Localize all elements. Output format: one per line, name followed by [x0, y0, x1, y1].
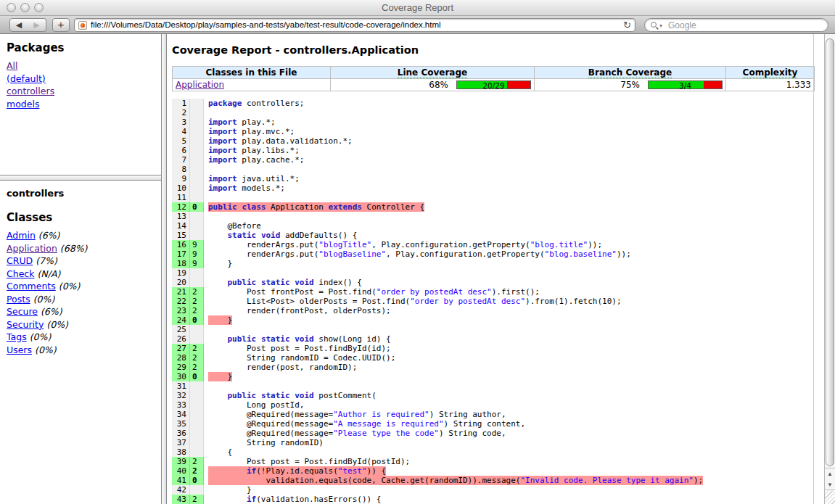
line-coverage-percent: 68%: [429, 80, 448, 90]
source-line: 2: [172, 108, 813, 117]
class-name-cell: Application: [173, 79, 331, 91]
hit-count: [190, 485, 204, 495]
line-number: 4: [172, 127, 190, 136]
uncovered-highlight: }: [208, 372, 232, 381]
source-line: 232 render(frontPost, olderPosts);: [172, 306, 813, 315]
line-number: 35: [172, 419, 190, 429]
packages-title: Packages: [7, 41, 161, 54]
class-link[interactable]: Secure: [7, 306, 38, 317]
scroll-up-button[interactable]: ▲: [825, 468, 835, 479]
hit-count: [190, 127, 204, 136]
source-line: 7import play.cache.*;: [172, 155, 813, 165]
line-number: 10: [172, 183, 190, 193]
source-code: @Before: [204, 221, 813, 231]
search-field[interactable]: ▾: [644, 18, 828, 32]
uncovered-highlight: if(!Play.id.equals("test")) {: [208, 466, 386, 476]
package-link[interactable]: (default): [7, 73, 46, 84]
forward-button[interactable]: ▶: [28, 18, 46, 32]
package-link[interactable]: All: [7, 60, 18, 71]
address-bar[interactable]: file:///Volumes/Data/Desktop/play/sample…: [74, 18, 635, 32]
source-code: @Required(message="Please type the code"…: [204, 429, 813, 438]
line-coverage-cell: 68% 20/29: [331, 79, 535, 91]
class-link[interactable]: Comments: [7, 281, 56, 292]
source-line: 222 List<Post> olderPosts = Post.find("o…: [172, 297, 813, 306]
page-title: Coverage Report - controllers.Applicatio…: [172, 44, 824, 56]
line-number: 13: [172, 212, 190, 221]
class-coverage-percent: (6%): [41, 306, 62, 317]
vertical-scrollbar[interactable]: ▲ ▼: [824, 34, 835, 504]
hit-count: [190, 410, 204, 419]
source-listing: 1package controllers;23import play.*;4im…: [172, 99, 814, 504]
class-link[interactable]: Application: [176, 80, 224, 90]
source-code: package controllers;: [204, 99, 813, 108]
source-code: if(validation.hasErrors()) {: [204, 495, 813, 504]
line-number: 18: [172, 259, 190, 268]
vertical-frame-splitter[interactable]: [161, 34, 167, 504]
column-header-branch-coverage: Branch Coverage: [535, 67, 726, 79]
package-link[interactable]: controllers: [7, 86, 54, 96]
source-line: 15 static void addDefaults() {: [172, 231, 813, 240]
line-number: 39: [172, 457, 190, 466]
source-code: [204, 381, 813, 391]
source-line: 14 @Before: [172, 221, 813, 231]
hit-count: 9: [190, 249, 204, 259]
source-code: String randomID = Codec.UUID();: [204, 353, 813, 363]
class-list-item: Admin(6%): [7, 231, 161, 240]
window-resize-grip[interactable]: [825, 491, 835, 504]
back-button[interactable]: ◀: [9, 18, 28, 32]
scroll-up-icon: ▲: [827, 471, 833, 477]
line-number: 43: [172, 495, 190, 504]
hit-count: [190, 268, 204, 278]
class-list-item: Posts(0%): [7, 294, 161, 304]
add-bookmark-button[interactable]: +: [52, 18, 70, 32]
horizontal-frame-splitter[interactable]: [0, 175, 161, 181]
line-coverage-bar: 20/29: [456, 80, 531, 89]
uncovered-highlight: public class Application extends Control…: [208, 202, 424, 212]
scroll-down-button[interactable]: ▼: [825, 479, 835, 490]
address-url: file:///Volumes/Data/Desktop/play/sample…: [91, 19, 617, 31]
package-link[interactable]: models: [7, 99, 39, 110]
source-line: 179 renderArgs.put("blogBaseline", Play.…: [172, 249, 813, 259]
hit-count: [190, 146, 204, 155]
line-number: 36: [172, 429, 190, 438]
source-code: render(post, randomID);: [204, 363, 813, 372]
class-link[interactable]: Tags: [7, 331, 27, 342]
source-code: static void addDefaults() {: [204, 231, 813, 240]
hit-count: [190, 117, 204, 127]
class-link[interactable]: Application: [7, 243, 57, 254]
classes-title: Classes: [7, 211, 161, 224]
source-line: 410 validation.equals(code, Cache.get(ra…: [172, 476, 813, 485]
line-number: 16: [172, 240, 190, 249]
source-code: [204, 165, 813, 174]
hit-count: [190, 212, 204, 221]
line-number: 1: [172, 99, 190, 108]
browser-toolbar: ◀ ▶ + file:///Volumes/Data/Desktop/play/…: [0, 16, 835, 34]
class-link[interactable]: Check: [7, 268, 34, 279]
line-number: 26: [172, 334, 190, 344]
hit-count: [190, 419, 204, 429]
class-coverage-percent: (0%): [46, 319, 68, 330]
hit-count: [190, 381, 204, 391]
scrollbar-thumb[interactable]: [826, 38, 834, 466]
hit-count: 2: [190, 344, 204, 353]
complexity-cell: 1.333: [726, 79, 815, 91]
source-code: }: [204, 315, 813, 325]
hit-count: [190, 447, 204, 457]
packages-frame: Packages All(default)controllersmodels: [0, 34, 161, 175]
line-number: 37: [172, 438, 190, 447]
search-input[interactable]: [667, 20, 822, 30]
source-lines: 1package controllers;23import play.*;4im…: [172, 99, 813, 504]
source-code: import play.libs.*;: [204, 146, 813, 155]
source-line: 19: [172, 268, 813, 278]
class-link[interactable]: Admin: [7, 230, 36, 241]
class-list-item: Users(0%): [7, 345, 161, 355]
reload-button[interactable]: ↻: [623, 19, 631, 31]
class-link[interactable]: Security: [7, 319, 44, 330]
hit-count: 9: [190, 240, 204, 249]
class-link[interactable]: CRUD: [7, 255, 33, 266]
source-code: validation.equals(code, Cache.get(random…: [204, 476, 813, 485]
class-link[interactable]: Posts: [7, 294, 30, 305]
class-link[interactable]: Users: [7, 344, 32, 355]
hit-count: 0: [190, 476, 204, 485]
line-number: 15: [172, 231, 190, 240]
